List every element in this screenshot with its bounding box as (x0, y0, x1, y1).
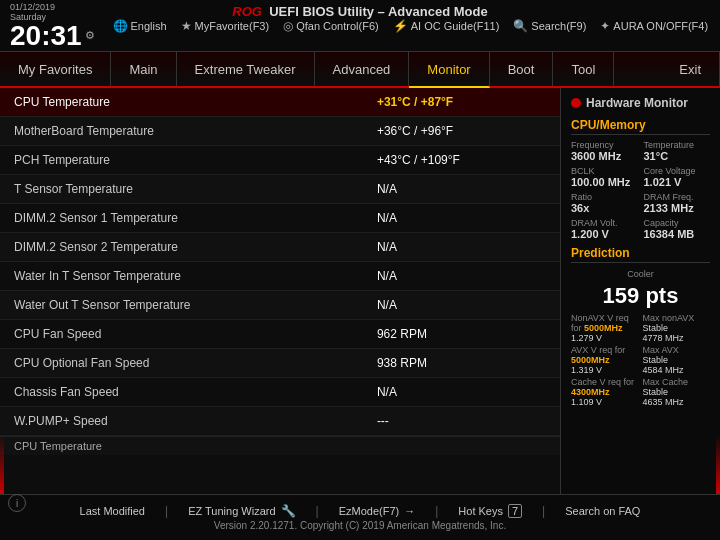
monitor-label: DIMM.2 Sensor 2 Temperature (0, 233, 363, 262)
monitor-value: +43°C / +109°F (363, 146, 560, 175)
bios-title: ROG UEFI BIOS Utility – Advanced Mode (232, 4, 487, 19)
max-avx-block: Max AVX Stable 4584 MHz (643, 345, 711, 375)
monitor-value: N/A (363, 262, 560, 291)
bottom-nav: Last Modified | EZ Tuning Wizard 🔧 | EzM… (80, 504, 641, 518)
monitor-value: N/A (363, 204, 560, 233)
monitor-label: DIMM.2 Sensor 1 Temperature (0, 204, 363, 233)
table-row[interactable]: T Sensor TemperatureN/A (0, 175, 560, 204)
monitor-label: Water Out T Sensor Temperature (0, 291, 363, 320)
monitor-value: N/A (363, 291, 560, 320)
settings-icon[interactable]: ⚙ (85, 29, 95, 42)
nav-tool[interactable]: Tool (553, 52, 614, 86)
table-row[interactable]: MotherBoard Temperature+36°C / +96°F (0, 117, 560, 146)
table-row[interactable]: Chassis Fan SpeedN/A (0, 378, 560, 407)
aura-shortcut[interactable]: ✦ AURA ON/OFF(F4) (600, 19, 708, 33)
ez-tuning-button[interactable]: EZ Tuning Wizard 🔧 (188, 504, 295, 518)
ezmode-button[interactable]: EzMode(F7) → (339, 505, 416, 517)
monitor-label: W.PUMP+ Speed (0, 407, 363, 436)
aioc-shortcut[interactable]: ⚡ AI OC Guide(F11) (393, 19, 500, 33)
table-row[interactable]: Water Out T Sensor TemperatureN/A (0, 291, 560, 320)
top-bar: 01/12/2019 Saturday 20:31 ⚙ ROG UEFI BIO… (0, 0, 720, 52)
monitor-label: Chassis Fan Speed (0, 378, 363, 407)
monitor-label: Water In T Sensor Temperature (0, 262, 363, 291)
nav-boot[interactable]: Boot (490, 52, 554, 86)
capacity-block: Capacity 16384 MB (644, 218, 711, 240)
table-row[interactable]: CPU Fan Speed962 RPM (0, 320, 560, 349)
table-row[interactable]: Water In T Sensor TemperatureN/A (0, 262, 560, 291)
monitor-value: --- (363, 407, 560, 436)
language-selector[interactable]: 🌐 English (113, 19, 167, 33)
nav-exit[interactable]: Exit (661, 52, 720, 86)
table-row[interactable]: W.PUMP+ Speed--- (0, 407, 560, 436)
search-shortcut[interactable]: 🔍 Search(F9) (513, 19, 586, 33)
max-nonavx-block: Max nonAVX Stable 4778 MHz (643, 313, 711, 343)
qfan-shortcut[interactable]: ◎ Qfan Control(F6) (283, 19, 379, 33)
monitor-label: CPU Fan Speed (0, 320, 363, 349)
last-modified-button[interactable]: Last Modified (80, 505, 145, 517)
monitor-value: +31°C / +87°F (363, 88, 560, 117)
aura-icon: ✦ (600, 19, 610, 33)
top-icons-bar: 🌐 English ★ MyFavorite(F3) ◎ Qfan Contro… (111, 19, 710, 33)
main-nav: My Favorites Main Extreme Tweaker Advanc… (0, 52, 720, 88)
avx-req-block: AVX V req for 5000MHz 1.319 V (571, 345, 639, 375)
monitor-panel: CPU Temperature+31°C / +87°FMotherBoard … (0, 88, 560, 494)
dram-freq-block: DRAM Freq. 2133 MHz (644, 192, 711, 214)
nav-monitor[interactable]: Monitor (409, 52, 489, 88)
monitor-value: 962 RPM (363, 320, 560, 349)
my-favorites-shortcut[interactable]: ★ MyFavorite(F3) (181, 19, 270, 33)
version-text: Version 2.20.1271. Copyright (C) 2019 Am… (214, 520, 506, 531)
nonavx-req-block: NonAVX V req for 5000MHz 1.279 V (571, 313, 639, 343)
monitor-label: CPU Temperature (0, 88, 363, 117)
star-icon: ★ (181, 19, 192, 33)
core-volt-block: Core Voltage 1.021 V (644, 166, 711, 188)
hw-monitor-title: Hardware Monitor (571, 96, 710, 110)
status-label: CPU Temperature (0, 436, 560, 455)
cache-req-block: Cache V req for 4300MHz 1.109 V (571, 377, 639, 407)
monitor-label: CPU Optional Fan Speed (0, 349, 363, 378)
key-icon: 7 (508, 504, 522, 518)
hw-monitor-panel: Hardware Monitor CPU/Memory Frequency 36… (560, 88, 720, 494)
cpu-memory-section: CPU/Memory (571, 118, 710, 135)
prediction-block: Cooler 159 pts NonAVX V req for 5000MHz … (571, 269, 710, 407)
monitor-table: CPU Temperature+31°C / +87°FMotherBoard … (0, 88, 560, 436)
monitor-value: +36°C / +96°F (363, 117, 560, 146)
table-row[interactable]: DIMM.2 Sensor 1 TemperatureN/A (0, 204, 560, 233)
bclk-block: BCLK 100.00 MHz (571, 166, 638, 188)
freq-block: Frequency 3600 MHz (571, 140, 638, 162)
arrow-icon: → (404, 505, 415, 517)
oc-icon: ⚡ (393, 19, 408, 33)
monitor-value: N/A (363, 378, 560, 407)
dram-volt-block: DRAM Volt. 1.200 V (571, 218, 638, 240)
search-faq-button[interactable]: Search on FAQ (565, 505, 640, 517)
cpu-memory-grid: Frequency 3600 MHz Temperature 31°C BCLK… (571, 140, 710, 240)
monitor-value: N/A (363, 233, 560, 262)
right-decoration (716, 434, 720, 494)
search-icon: 🔍 (513, 19, 528, 33)
monitor-value: 938 RPM (363, 349, 560, 378)
main-content: CPU Temperature+31°C / +87°FMotherBoard … (0, 88, 720, 494)
table-row[interactable]: PCH Temperature+43°C / +109°F (0, 146, 560, 175)
left-decoration (0, 434, 4, 494)
date-display: 01/12/2019 Saturday (10, 2, 95, 22)
monitor-value: N/A (363, 175, 560, 204)
bottom-bar: i Last Modified | EZ Tuning Wizard 🔧 | E… (0, 494, 720, 540)
table-row[interactable]: CPU Temperature+31°C / +87°F (0, 88, 560, 117)
hot-keys-button[interactable]: Hot Keys 7 (458, 504, 522, 518)
nav-advanced[interactable]: Advanced (315, 52, 410, 86)
info-button[interactable]: i (8, 494, 26, 512)
table-row[interactable]: CPU Optional Fan Speed938 RPM (0, 349, 560, 378)
monitor-label: T Sensor Temperature (0, 175, 363, 204)
nav-main[interactable]: Main (111, 52, 176, 86)
nav-extreme-tweaker[interactable]: Extreme Tweaker (177, 52, 315, 86)
tuning-icon: 🔧 (281, 504, 296, 518)
time-display: 20:31 (10, 22, 82, 50)
monitor-label: MotherBoard Temperature (0, 117, 363, 146)
temp-block: Temperature 31°C (644, 140, 711, 162)
monitor-label: PCH Temperature (0, 146, 363, 175)
fan-icon: ◎ (283, 19, 293, 33)
ratio-block: Ratio 36x (571, 192, 638, 214)
max-cache-block: Max Cache Stable 4635 MHz (643, 377, 711, 407)
nav-my-favorites[interactable]: My Favorites (0, 52, 111, 86)
language-icon: 🌐 (113, 19, 128, 33)
table-row[interactable]: DIMM.2 Sensor 2 TemperatureN/A (0, 233, 560, 262)
